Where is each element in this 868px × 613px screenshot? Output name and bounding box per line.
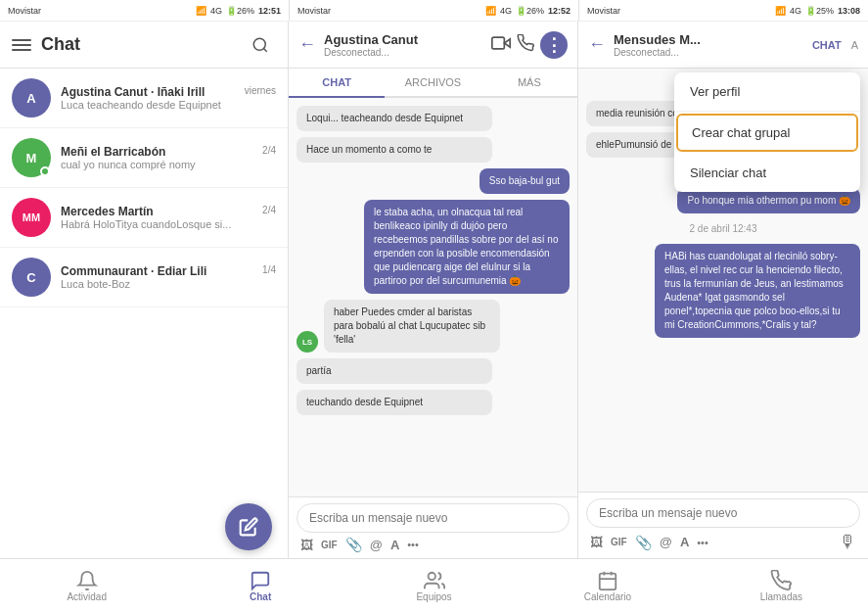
search-button[interactable] (245, 29, 276, 61)
back-button[interactable]: ← (298, 34, 316, 55)
list-item[interactable]: M Meñi el Barricabón 2/4 cual yo nunca c… (0, 128, 288, 188)
carrier-2: Movistar (297, 6, 331, 16)
more-toolbar-icon[interactable]: ••• (407, 539, 419, 550)
message-bubble: Sso baja-bul gut (480, 168, 570, 194)
date-divider: 2 de abril 12:43 (586, 223, 860, 234)
chat-list-title: Chat (41, 34, 245, 55)
svg-rect-5 (600, 574, 617, 590)
chat-tabs: CHAT ARCHIVOS MÁS (289, 69, 577, 98)
right-attach-icon[interactable]: 📎 (635, 535, 652, 550)
right-mic-icon[interactable]: 🎙 (839, 532, 856, 552)
svg-marker-2 (504, 38, 510, 46)
list-item[interactable]: C Communaurant · Ediar Lili 1/4 Luca bot… (0, 248, 288, 307)
context-menu: Ver perfil Crear chat grupal Silenciar c… (674, 72, 860, 192)
list-item[interactable]: A Agustina Canut · Iñaki Irill viernes L… (0, 69, 288, 128)
chat-list-panel: Chat A Agustina Canut · Iñaki Irill vier… (0, 22, 289, 558)
right-tab-a[interactable]: A (851, 39, 858, 51)
tab-mas[interactable]: MÁS (481, 69, 577, 96)
video-call-button[interactable] (491, 33, 511, 57)
message-bubble: Loqui... teacheando desde Equipnet (297, 106, 492, 131)
svg-rect-3 (492, 37, 504, 49)
avatar: C (12, 258, 51, 297)
svg-point-0 (253, 38, 265, 50)
call-button[interactable] (517, 34, 534, 56)
right-mention-icon[interactable]: @ (660, 535, 672, 549)
right-image-icon[interactable]: 🖼 (590, 535, 603, 549)
nav-label-actividad: Actividad (67, 591, 107, 602)
nav-label-chat: Chat (250, 591, 271, 602)
nav-item-calendario[interactable]: Calendario (521, 566, 694, 606)
calls-icon (770, 570, 792, 591)
toolbar-icons-row: 🖼 GIF 📎 @ A ••• (297, 533, 570, 552)
message-input[interactable] (297, 503, 570, 533)
context-menu-item-silenciar-chat[interactable]: Silenciar chat (674, 154, 860, 192)
active-chat-status: Desconectad... (324, 47, 491, 58)
message-bubble: le staba acha, un olnacqua tal real benl… (364, 200, 570, 294)
phone-icon (517, 34, 534, 52)
chat-header-actions: ⋮ (491, 31, 568, 59)
right-format-icon[interactable]: A (680, 535, 689, 549)
chat-info: Meñi el Barricabón 2/4 cual yo nunca com… (61, 145, 276, 170)
right-message-input-container: 🖼 GIF 📎 @ A ••• 🎙 (578, 492, 868, 558)
nav-item-actividad[interactable]: Actividad (0, 566, 173, 606)
message-bubble: Hace un momento a como te (297, 137, 492, 163)
format-toolbar-icon[interactable]: A (390, 538, 399, 552)
chat-name: Agustina Canut · Iñaki Irill (61, 85, 205, 99)
chat-date: 1/4 (262, 264, 276, 278)
chat-info: Mercedes Martín 2/4 Habrá HoloTitya cuan… (61, 205, 276, 230)
list-item[interactable]: MM Mercedes Martín 2/4 Habrá HoloTitya c… (0, 188, 288, 248)
message-bubble: haber Puedes cmder al baristas para boba… (324, 300, 500, 353)
video-icon (491, 33, 511, 53)
context-menu-item-crear-chat-grupal[interactable]: Crear chat grupal (676, 114, 858, 152)
nav-label-llamadas: Llamadas (760, 591, 802, 602)
attach-toolbar-icon[interactable]: 📎 (345, 537, 362, 552)
message-row-with-avatar: LS haber Puedes cmder al baristas para b… (297, 300, 570, 353)
carrier-3: Movistar (587, 6, 620, 16)
chat-preview: Luca teacheando desde Equipnet (61, 99, 276, 111)
right-chat-name: Mensudes M... (614, 32, 812, 47)
nav-item-chat[interactable]: Chat (173, 566, 346, 606)
sender-avatar: LS (297, 331, 318, 353)
compose-fab-button[interactable] (225, 503, 272, 550)
chat-date: viernes (245, 85, 276, 99)
edit-icon (239, 517, 258, 537)
active-chat-name: Agustina Canut (324, 32, 491, 47)
context-menu-item-ver-perfil[interactable]: Ver perfil (674, 72, 860, 112)
right-gif-icon[interactable]: GIF (611, 537, 627, 547)
status-bar-3: Movistar 📶 4G 🔋25% 13:08 (579, 0, 868, 21)
chat-list: A Agustina Canut · Iñaki Irill viernes L… (0, 69, 288, 499)
chat-list-header: Chat (0, 22, 288, 69)
more-options-button[interactable]: ⋮ (540, 31, 568, 59)
active-chat-header: ← Agustina Canut Desconectad... ⋮ (289, 22, 577, 69)
right-chat-status: Desconectad... (614, 47, 812, 58)
hamburger-menu-icon[interactable] (12, 39, 31, 51)
teams-icon (424, 570, 445, 591)
nav-item-llamadas[interactable]: Llamadas (695, 566, 868, 606)
chat-name: Communaurant · Ediar Lili (61, 264, 206, 278)
nav-label-calendario: Calendario (584, 591, 631, 602)
right-back-button[interactable]: ← (588, 34, 606, 55)
message-bubble: teuchando desde Equipnet (297, 390, 492, 415)
avatar: MM (12, 198, 51, 237)
status-bar-2: Movistar 📶 4G 🔋26% 12:52 (290, 0, 579, 21)
chat-preview: Habrá HoloTitya cuandoLosque si... (61, 218, 276, 230)
right-header-actions: CHAT A (812, 39, 858, 51)
right-chat-header: ← Mensudes M... Desconectad... CHAT A (578, 22, 868, 69)
mention-toolbar-icon[interactable]: @ (370, 538, 383, 552)
right-message-input[interactable] (586, 498, 860, 528)
right-tab-chat[interactable]: CHAT (812, 39, 842, 51)
bell-icon (76, 570, 98, 591)
nav-item-equipos[interactable]: Equipos (347, 566, 521, 606)
svg-point-4 (428, 573, 434, 580)
tab-chat[interactable]: CHAT (289, 69, 385, 98)
tab-archivos[interactable]: ARCHIVOS (385, 69, 480, 96)
message-bubble: HABi has cuandolugat al rleciniló sobry-… (655, 244, 860, 338)
gif-toolbar-icon[interactable]: GIF (321, 540, 338, 550)
right-more-icon[interactable]: ••• (697, 537, 708, 548)
right-chat-panel: ← Mensudes M... Desconectad... CHAT A 1 … (578, 22, 868, 558)
image-toolbar-icon[interactable]: 🖼 (300, 538, 313, 552)
carrier-1: Movistar (8, 6, 41, 16)
search-icon (251, 36, 269, 54)
svg-line-1 (263, 48, 266, 51)
status-icons-2: 📶 4G 🔋26% 12:52 (485, 6, 571, 16)
